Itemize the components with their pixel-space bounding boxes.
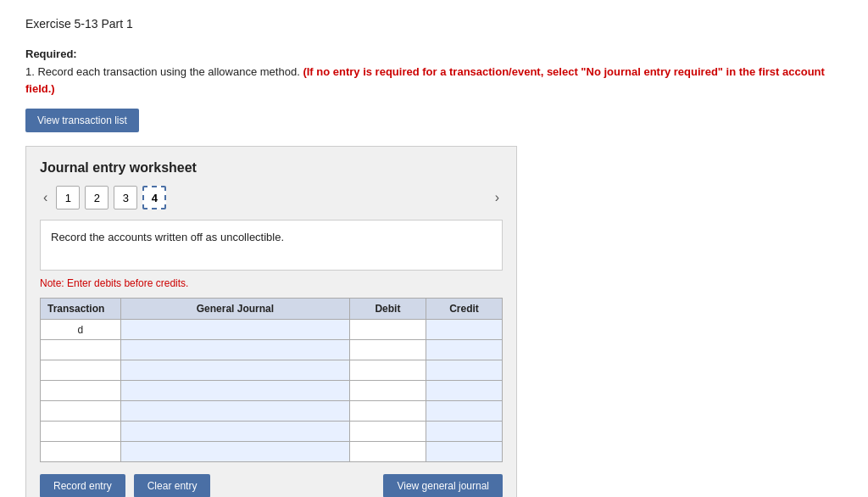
journal-table: Transaction General Journal Debit Credit…: [40, 298, 503, 462]
tab-prev-arrow[interactable]: ‹: [40, 188, 51, 207]
transaction-cell: [41, 401, 121, 422]
credit-cell[interactable]: [426, 401, 502, 422]
debit-cell[interactable]: [349, 360, 426, 381]
general-journal-cell[interactable]: [120, 442, 349, 462]
task-description-text: Record the accounts written off as uncol…: [51, 231, 284, 243]
credit-cell[interactable]: [426, 422, 502, 442]
col-header-debit: Debit: [349, 299, 426, 320]
clear-entry-button[interactable]: Clear entry: [134, 474, 211, 497]
col-header-general-journal: General Journal: [120, 299, 349, 320]
transaction-cell: [41, 340, 121, 360]
credit-cell[interactable]: [426, 360, 502, 381]
col-header-credit: Credit: [426, 299, 502, 320]
task-description-box: Record the accounts written off as uncol…: [40, 220, 503, 271]
general-journal-cell[interactable]: [120, 401, 349, 422]
table-row: [41, 360, 503, 381]
transaction-cell: d: [41, 320, 121, 340]
record-entry-button[interactable]: Record entry: [40, 474, 125, 497]
required-section: Required: 1. Record each transaction usi…: [25, 47, 843, 97]
transaction-cell: [41, 360, 121, 381]
table-row: [41, 401, 503, 422]
worksheet-container: Journal entry worksheet ‹ 1 2 3 4 › Reco…: [25, 146, 517, 497]
credit-cell[interactable]: [426, 442, 502, 462]
transaction-cell: [41, 381, 121, 401]
tab-3[interactable]: 3: [114, 186, 137, 209]
note-text: Note: Enter debits before credits.: [40, 277, 503, 289]
instruction-prefix: 1. Record each transaction using the all…: [25, 65, 303, 78]
view-general-journal-button[interactable]: View general journal: [383, 474, 503, 497]
button-row: Record entry Clear entry View general jo…: [40, 474, 503, 497]
col-header-transaction: Transaction: [41, 299, 121, 320]
credit-cell[interactable]: [426, 381, 502, 401]
debit-cell[interactable]: [349, 340, 426, 360]
table-row: [41, 442, 503, 462]
tab-navigation: ‹ 1 2 3 4 ›: [40, 186, 503, 209]
general-journal-cell[interactable]: [120, 340, 349, 360]
table-row: [41, 381, 503, 401]
worksheet-title: Journal entry worksheet: [40, 160, 503, 176]
debit-cell[interactable]: [349, 422, 426, 442]
table-row: [41, 340, 503, 360]
tab-1[interactable]: 1: [56, 186, 80, 209]
instruction-text: 1. Record each transaction using the all…: [25, 64, 843, 97]
debit-cell[interactable]: [349, 442, 426, 462]
tab-next-arrow[interactable]: ›: [492, 188, 503, 207]
tab-2[interactable]: 2: [85, 186, 108, 209]
transaction-cell: [41, 422, 121, 442]
general-journal-cell[interactable]: [120, 360, 349, 381]
credit-cell[interactable]: [426, 340, 502, 360]
debit-cell[interactable]: [349, 381, 426, 401]
general-journal-cell[interactable]: [120, 422, 349, 442]
table-row: [41, 422, 503, 442]
transaction-cell: [41, 442, 121, 462]
credit-cell[interactable]: [426, 320, 502, 340]
view-transaction-list-button[interactable]: View transaction list: [25, 109, 139, 132]
debit-cell[interactable]: [349, 320, 426, 340]
debit-cell[interactable]: [349, 401, 426, 422]
tab-4[interactable]: 4: [142, 186, 166, 209]
general-journal-cell[interactable]: [120, 381, 349, 401]
page-title: Exercise 5-13 Part 1: [25, 17, 843, 31]
general-journal-cell[interactable]: [120, 320, 349, 340]
table-row: d: [41, 320, 503, 340]
required-label: Required:: [25, 47, 843, 60]
